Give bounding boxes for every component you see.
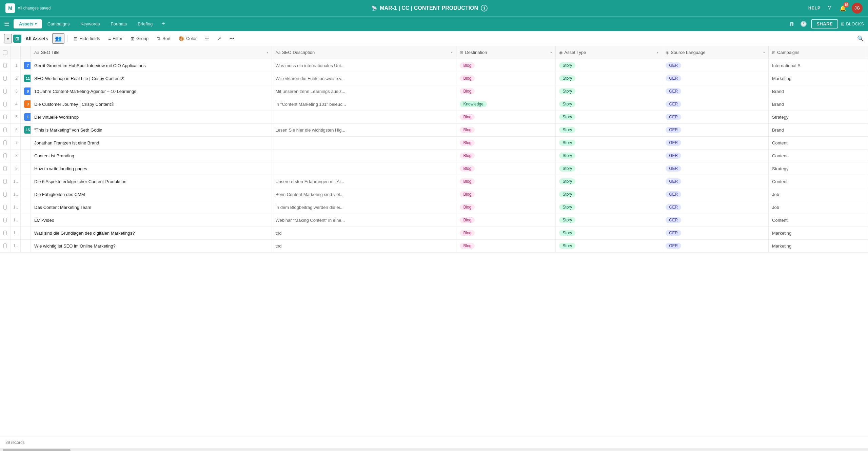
row-destination[interactable]: Blog: [456, 136, 556, 149]
row-campaigns[interactable]: Job: [769, 201, 868, 214]
row-checkbox[interactable]: [3, 63, 7, 68]
row-badge-value[interactable]: 1: [24, 113, 31, 121]
share-button[interactable]: SHARE: [811, 19, 838, 28]
destination-tag[interactable]: Blog: [460, 88, 475, 94]
row-seo-title[interactable]: Was sind die Grundlagen des digitalen Ma…: [31, 227, 272, 239]
destination-tag[interactable]: Blog: [460, 127, 475, 133]
row-badge-value[interactable]: 7: [24, 62, 31, 69]
seo-title-col-dropdown[interactable]: ▾: [267, 51, 268, 54]
nav-tab-assets[interactable]: Assets ▾: [14, 19, 42, 28]
row-destination[interactable]: Blog: [456, 59, 556, 72]
table-row[interactable]: 9How to write landing pagesBlogStoryGERS…: [0, 162, 868, 175]
row-source-lang[interactable]: GER: [662, 85, 769, 98]
app-logo[interactable]: M: [5, 3, 15, 13]
row-badge-cell[interactable]: 15: [21, 123, 31, 136]
asset-type-tag[interactable]: Story: [559, 191, 575, 197]
table-row[interactable]: 7Jonathan Frantzen ist eine BrandBlogSto…: [0, 136, 868, 149]
row-checkbox[interactable]: [3, 179, 7, 184]
table-row[interactable]: 12Das Content Marketing TeamIn dem Blogb…: [0, 201, 868, 214]
sort-button[interactable]: ⇅ Sort: [153, 34, 174, 43]
header-source-lang[interactable]: ◉ Source Language ▾: [662, 46, 769, 59]
row-destination[interactable]: Blog: [456, 85, 556, 98]
row-source-lang[interactable]: GER: [662, 188, 769, 201]
row-height-button[interactable]: ☰: [201, 34, 213, 43]
row-source-lang[interactable]: GER: [662, 123, 769, 136]
source-lang-tag[interactable]: GER: [666, 165, 681, 172]
help-icon[interactable]: ?: [825, 3, 834, 13]
row-asset-type[interactable]: Story: [556, 72, 662, 85]
scrollbar-area[interactable]: [0, 448, 868, 451]
row-destination[interactable]: Blog: [456, 111, 556, 123]
row-asset-type[interactable]: Story: [556, 201, 662, 214]
user-avatar[interactable]: JG: [852, 3, 863, 14]
row-campaigns[interactable]: Content: [769, 136, 868, 149]
asset-type-tag[interactable]: Story: [559, 153, 575, 159]
destination-tag[interactable]: Blog: [460, 62, 475, 68]
source-lang-tag[interactable]: GER: [666, 191, 681, 197]
row-campaigns[interactable]: Content: [769, 175, 868, 188]
table-row[interactable]: 13LMI-VideoWebinar "Making Content" in e…: [0, 214, 868, 227]
row-checkbox[interactable]: [3, 192, 7, 197]
source-lang-tag[interactable]: GER: [666, 243, 681, 249]
row-checkbox[interactable]: [3, 115, 7, 119]
info-button[interactable]: ℹ: [481, 5, 488, 12]
row-badge-value[interactable]: 8: [24, 87, 31, 95]
header-checkbox[interactable]: [0, 46, 11, 59]
header-seo-desc[interactable]: Aa SEO Description ▾: [272, 46, 456, 59]
source-lang-tag[interactable]: GER: [666, 88, 681, 94]
asset-type-tag[interactable]: Story: [559, 217, 575, 223]
source-lang-tag[interactable]: GER: [666, 62, 681, 68]
row-campaigns[interactable]: Content: [769, 149, 868, 162]
row-seo-desc[interactable]: In "Content Marketing 101" beleuc...: [272, 98, 456, 111]
table-row[interactable]: 8Content ist BrandingBlogStoryGERContent: [0, 149, 868, 162]
row-seo-title[interactable]: Die Fähigkeiten des CMM: [31, 188, 272, 201]
row-campaigns[interactable]: Brand: [769, 85, 868, 98]
row-seo-desc[interactable]: [272, 162, 456, 175]
destination-tag[interactable]: Knowledge: [460, 101, 487, 107]
destination-tag[interactable]: Blog: [460, 140, 475, 146]
row-asset-type[interactable]: Story: [556, 239, 662, 252]
row-destination[interactable]: Blog: [456, 162, 556, 175]
row-seo-title[interactable]: Die Customer Journey | Crispy Content®: [31, 98, 272, 111]
row-seo-title[interactable]: SEO-Workshop in Real Life | Crispy Conte…: [31, 72, 272, 85]
asset-type-tag[interactable]: Story: [559, 62, 575, 68]
source-lang-tag[interactable]: GER: [666, 204, 681, 210]
row-seo-desc[interactable]: tbd: [272, 239, 456, 252]
group-button[interactable]: ⊞ Group: [127, 34, 152, 43]
table-row[interactable]: 17Gerrit Grunert im HubSpot-Interview mi…: [0, 59, 868, 72]
row-seo-title[interactable]: Die 6 Aspekte erfolgreicher Content-Prod…: [31, 175, 272, 188]
row-campaigns[interactable]: Brand: [769, 123, 868, 136]
row-seo-desc[interactable]: Unsere ersten Erfahrungen mit Ai...: [272, 175, 456, 188]
row-checkbox[interactable]: [3, 166, 7, 171]
notification-bell[interactable]: 🔔 15: [838, 3, 848, 13]
row-destination[interactable]: Blog: [456, 214, 556, 227]
asset-type-col-dropdown[interactable]: ▾: [657, 51, 658, 54]
row-seo-title[interactable]: Wie wichtig ist SEO im Online Marketing?: [31, 239, 272, 252]
row-seo-title[interactable]: Jonathan Frantzen ist eine Brand: [31, 136, 272, 149]
hide-fields-button[interactable]: ⊡ Hide fields: [70, 34, 103, 43]
row-seo-title[interactable]: Das Content Marketing Team: [31, 201, 272, 214]
history-icon[interactable]: 🕐: [799, 19, 808, 28]
row-seo-desc[interactable]: Wir erklären die Funktionsweise v...: [272, 72, 456, 85]
table-row[interactable]: 10Die 6 Aspekte erfolgreicher Content-Pr…: [0, 175, 868, 188]
destination-tag[interactable]: Blog: [460, 191, 475, 197]
collapse-button[interactable]: ▾: [4, 34, 12, 43]
row-badge-cell[interactable]: 3: [21, 98, 31, 111]
row-campaigns[interactable]: Marketing: [769, 72, 868, 85]
asset-type-tag[interactable]: Story: [559, 101, 575, 107]
destination-tag[interactable]: Blog: [460, 178, 475, 184]
destination-col-dropdown[interactable]: ▾: [550, 51, 552, 54]
row-seo-desc[interactable]: Mit unseren zehn Learnings aus z...: [272, 85, 456, 98]
row-asset-type[interactable]: Story: [556, 162, 662, 175]
row-source-lang[interactable]: GER: [662, 98, 769, 111]
row-source-lang[interactable]: GER: [662, 149, 769, 162]
row-asset-type[interactable]: Story: [556, 85, 662, 98]
row-source-lang[interactable]: GER: [662, 227, 769, 239]
table-row[interactable]: 11Die Fähigkeiten des CMMBeim Content Ma…: [0, 188, 868, 201]
table-row[interactable]: 43Die Customer Journey | Crispy Content®…: [0, 98, 868, 111]
row-checkbox[interactable]: [3, 231, 7, 235]
header-seo-title[interactable]: Aa SEO Title ▾: [31, 46, 272, 59]
asset-type-tag[interactable]: Story: [559, 88, 575, 94]
table-row[interactable]: 14Was sind die Grundlagen des digitalen …: [0, 227, 868, 239]
row-checkbox[interactable]: [3, 76, 7, 81]
